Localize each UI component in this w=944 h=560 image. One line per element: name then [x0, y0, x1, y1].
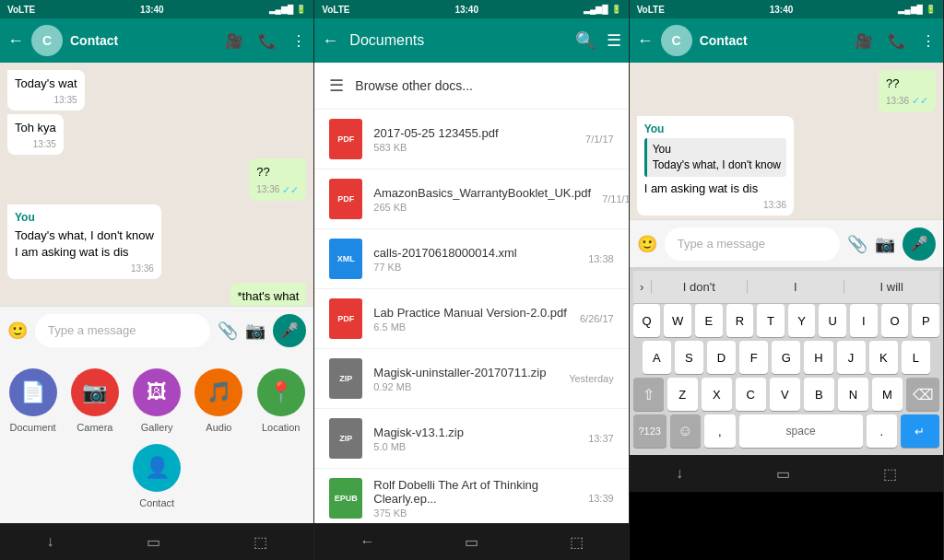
doc-name-3: Lab Practice Manual Version-2.0.pdf — [373, 306, 569, 320]
key-e[interactable]: E — [695, 304, 723, 337]
key-d[interactable]: D — [707, 341, 736, 374]
nav-recent-3[interactable]: ⬚ — [883, 465, 897, 483]
gallery-icon: 🖼 — [133, 368, 181, 416]
key-comma[interactable]: , — [704, 414, 735, 448]
browse-row[interactable]: ☰ Browse other docs... — [314, 63, 628, 110]
key-x[interactable]: X — [702, 378, 732, 411]
key-q[interactable]: Q — [633, 304, 661, 337]
nav-recent-2[interactable]: ⬚ — [570, 533, 584, 551]
nav-recent-1[interactable]: ⬚ — [254, 533, 267, 551]
nav-home-1[interactable]: ▭ — [147, 533, 160, 551]
signal-bars-2: ▂▄▆█ — [584, 5, 608, 14]
key-period[interactable]: . — [867, 414, 897, 448]
msg-sender-4: You — [15, 210, 154, 226]
key-h[interactable]: H — [804, 341, 832, 374]
camera-icon-3[interactable]: 📷 — [875, 234, 895, 254]
battery-icon-2: 🔋 — [611, 5, 621, 14]
mic-button-3[interactable]: 🎤 — [903, 228, 936, 261]
nav-home-2[interactable]: ▭ — [465, 533, 478, 551]
media-audio[interactable]: 🎵 Audio — [195, 368, 242, 433]
phone-icon-1[interactable]: 📞 — [258, 32, 277, 50]
key-shift[interactable]: ⇧ — [633, 378, 664, 411]
key-emoji[interactable]: ☺ — [670, 414, 701, 448]
doc-date-2: 13:38 — [588, 253, 614, 264]
more-icon-3[interactable]: ⋮ — [921, 32, 936, 50]
key-i[interactable]: I — [850, 304, 878, 337]
message-input-1[interactable]: Type a message — [35, 314, 210, 347]
docs-filter-icon[interactable]: ☰ — [607, 30, 621, 51]
p3-msg-2: You YouToday's what, I don't know I am a… — [637, 116, 794, 216]
key-l[interactable]: L — [902, 341, 930, 374]
key-y[interactable]: Y — [788, 304, 816, 337]
video-call-icon-3[interactable]: 🎥 — [855, 32, 873, 50]
message-input-3[interactable]: Type a message — [665, 228, 840, 261]
epub-icon-6: EPUB — [329, 478, 362, 519]
docs-search-icon[interactable]: 🔍 — [575, 30, 596, 51]
media-contact[interactable]: 👤 Contact — [133, 444, 181, 508]
autocomplete-1[interactable]: I — [748, 280, 844, 294]
more-icon-1[interactable]: ⋮ — [291, 32, 306, 50]
chat-area-1: Today's wat 13:35 Toh kya 13:35 ?? 13:36… — [0, 63, 313, 306]
docs-back-button[interactable]: ← — [322, 31, 338, 51]
key-c[interactable]: C — [736, 378, 766, 411]
back-button-3[interactable]: ← — [637, 31, 654, 51]
key-j[interactable]: J — [837, 341, 866, 374]
key-m[interactable]: M — [872, 378, 903, 411]
key-r[interactable]: R — [726, 304, 754, 337]
title-area-3: Contact — [700, 33, 847, 48]
key-f[interactable]: F — [739, 341, 768, 374]
media-picker: 📄 Document 📷 Camera 🖼 Gallery 🎵 Audio 📍 … — [0, 354, 313, 523]
key-t[interactable]: T — [757, 304, 785, 337]
doc-row-1[interactable]: PDF AmazonBasics_WarrantyBooklet_UK.pdf … — [314, 169, 628, 229]
key-s[interactable]: S — [675, 341, 703, 374]
media-document[interactable]: 📄 Document — [9, 368, 57, 433]
media-camera[interactable]: 📷 Camera — [71, 368, 119, 433]
doc-row-5[interactable]: ZIP Magisk-v13.1.zip 5.0 MB 13:37 — [314, 409, 628, 469]
key-num123[interactable]: ?123 — [633, 414, 667, 448]
autocomplete-expand[interactable]: › — [633, 280, 652, 294]
key-b[interactable]: B — [804, 378, 834, 411]
autocomplete-2[interactable]: I will — [844, 280, 939, 294]
nav-home-3[interactable]: ▭ — [776, 465, 790, 483]
p3-msg-text-2: I am asking wat is dis — [644, 181, 786, 197]
nav-back-2[interactable]: ← — [360, 533, 374, 550]
key-u[interactable]: U — [819, 304, 846, 337]
media-gallery[interactable]: 🖼 Gallery — [133, 368, 181, 433]
avatar-1: C — [31, 25, 63, 56]
doc-row-0[interactable]: PDF 2017-05-25 123455.pdf 583 KB 7/1/17 — [314, 110, 628, 169]
emoji-icon-3[interactable]: 🙂 — [637, 234, 657, 254]
doc-date-3: 6/26/17 — [580, 313, 614, 324]
key-o[interactable]: O — [881, 304, 909, 337]
input-placeholder-1: Type a message — [48, 323, 136, 337]
nav-back-3[interactable]: ↓ — [676, 465, 683, 482]
key-v[interactable]: V — [770, 378, 800, 411]
autocomplete-0[interactable]: I don't — [652, 280, 748, 294]
phone-icon-3[interactable]: 📞 — [888, 32, 906, 50]
key-w[interactable]: W — [664, 304, 691, 337]
doc-row-6[interactable]: EPUB Rolf Dobelli The Art of Thinking Cl… — [314, 469, 628, 523]
camera-icon-1[interactable]: 📷 — [245, 321, 266, 341]
back-button-1[interactable]: ← — [7, 31, 24, 51]
video-call-icon-1[interactable]: 🎥 — [225, 32, 243, 50]
doc-row-2[interactable]: XML calls-20170618000014.xml 77 KB 13:38 — [314, 229, 628, 289]
key-enter[interactable]: ↵ — [901, 414, 939, 448]
key-g[interactable]: G — [772, 341, 800, 374]
doc-row-3[interactable]: PDF Lab Practice Manual Version-2.0.pdf … — [314, 289, 628, 349]
media-location[interactable]: 📍 Location — [257, 368, 305, 433]
key-k[interactable]: K — [869, 341, 898, 374]
contact-icon: 👤 — [133, 444, 181, 492]
msg-time-1: 13:35 — [53, 94, 77, 107]
emoji-icon-1[interactable]: 🙂 — [7, 321, 28, 341]
key-n[interactable]: N — [838, 378, 868, 411]
doc-row-4[interactable]: ZIP Magisk-uninstaller-20170711.zip 0.92… — [314, 349, 628, 409]
attach-icon-3[interactable]: 📎 — [847, 234, 867, 254]
key-row-4: ?123 ☺ , space . ↵ — [633, 414, 939, 448]
attach-icon-1[interactable]: 📎 — [218, 321, 238, 341]
key-z[interactable]: Z — [667, 378, 698, 411]
key-a[interactable]: A — [643, 341, 671, 374]
mic-button-1[interactable]: 🎤 — [273, 314, 306, 347]
nav-back-1[interactable]: ↓ — [46, 533, 53, 550]
key-backspace[interactable]: ⌫ — [906, 378, 939, 411]
key-space[interactable]: space — [739, 414, 863, 448]
key-p[interactable]: P — [912, 304, 939, 337]
